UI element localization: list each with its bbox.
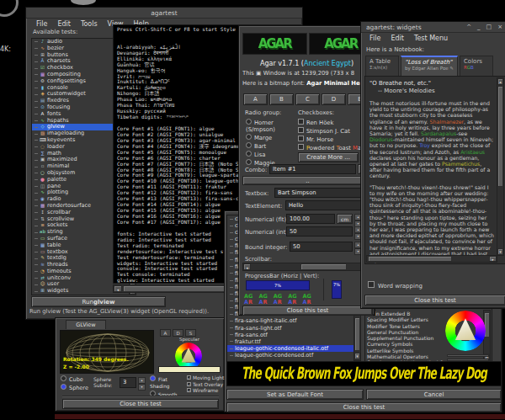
font-file-item[interactable]: fraktur.ttf [227, 338, 360, 345]
gl-option-checkbox[interactable]: ✓Text Overlay [187, 382, 224, 389]
window-control-icon[interactable]: × [497, 22, 502, 33]
font-file-item[interactable]: league-gothic-condensed.otf [227, 352, 360, 359]
create-more-button[interactable]: Create More ... [298, 152, 359, 162]
alphabet-button[interactable]: B [269, 93, 294, 105]
font-file-item[interactable]: fira-sans-light.otf [227, 325, 360, 332]
radio-item[interactable]: Lisa [246, 151, 295, 158]
window-title[interactable]: agartest [26, 8, 302, 19]
alphabet-button[interactable]: C [295, 93, 320, 105]
test-icon: ◇ [40, 124, 45, 130]
subdiv-input[interactable]: 3 [120, 377, 136, 388]
rotation-overlay: Rotation: 349 degrees. [63, 356, 129, 362]
scrollbar-thumb[interactable] [497, 86, 503, 187]
radio-item[interactable]: Marge [246, 134, 295, 141]
tab-subtitle: Σ:s/n(x) [369, 65, 395, 71]
window-control-icon[interactable]: □ [486, 22, 492, 33]
material-tab[interactable]: D [173, 329, 183, 337]
stepper-up-icon[interactable]: ▴ [138, 377, 146, 384]
stepper-down-icon[interactable]: ▾ [138, 384, 146, 391]
scroll-down-icon[interactable]: ▾ [497, 248, 503, 255]
close-test-button[interactable]: Close this test [62, 399, 219, 409]
menu-item[interactable]: Edit [385, 35, 409, 42]
text-segment: Sardanapalus [421, 130, 456, 136]
window-control-icon[interactable]: _ [477, 22, 481, 33]
scroll-left-icon[interactable]: ◂ [114, 285, 122, 292]
combo-input[interactable]: Item #1 [269, 164, 356, 174]
specular-color-swatch[interactable] [158, 366, 221, 373]
scroll-up-icon[interactable]: ▴ [497, 78, 503, 85]
numerical-flt-input[interactable]: 100.00 [286, 214, 335, 224]
desktop-icon-fragment [0, 0, 19, 17]
test-icon: ⇄ [40, 275, 45, 282]
textelement-input[interactable]: Hello [285, 200, 372, 210]
text-hscrollbar[interactable]: ▸ [366, 255, 497, 263]
word-wrapping-checkbox[interactable]: Word wrapping [368, 281, 423, 290]
color-picker[interactable] [435, 307, 501, 361]
tab-subtitle: RGB [464, 65, 489, 71]
shape-radio[interactable]: Cube [61, 375, 94, 383]
gl-option-checkbox[interactable]: ✓Moving Light [187, 375, 224, 382]
window-control-icon[interactable]: ^ [466, 22, 471, 33]
demo-scrollbar[interactable]: ◂ ▸ [242, 263, 373, 271]
text-segment: Ancient Egypt [304, 60, 351, 67]
menu-bar: FileEditTest Menu [364, 33, 453, 43]
menu-item[interactable]: File [31, 20, 52, 28]
unit-selector[interactable]: cm [337, 214, 353, 224]
textbox-input[interactable]: Bart Simpson [274, 188, 372, 198]
close-test-button[interactable]: Close this test [364, 295, 505, 306]
font-file-item[interactable]: league-gothic-condensed-italic.otf [227, 345, 360, 352]
menu-item[interactable]: Edit [52, 20, 76, 28]
subdiv-stepper[interactable]: ▴▾ [138, 377, 146, 388]
tab-glview[interactable]: GLView [66, 320, 106, 329]
poem-attribution: -- Moore's Melodies [369, 88, 494, 95]
specular-label: Specular [157, 337, 222, 342]
scrollbar-thumb[interactable] [368, 256, 452, 262]
shape-radio-group: CubeSphere [61, 375, 94, 392]
scrollbar-thumb[interactable] [300, 263, 347, 270]
dots-button[interactable]: .. [242, 176, 373, 185]
test-icon: ◈ [40, 91, 45, 98]
menu-item[interactable]: Tools [76, 20, 103, 28]
close-test-button[interactable]: Close this test [242, 306, 373, 316]
scroll-right-icon[interactable]: ▸ [489, 256, 497, 262]
gl-option-checkbox[interactable]: ✓Wireframe [187, 388, 224, 395]
scrollbar-thumb[interactable] [354, 317, 360, 351]
run-label: Run [82, 299, 93, 306]
material-tab[interactable]: S [185, 329, 196, 337]
alphabet-button[interactable]: D [322, 93, 346, 105]
set-default-font-button[interactable]: Set as Default Font [226, 389, 364, 400]
menu-item[interactable]: Test Menu [409, 35, 453, 42]
test-icon: A [40, 111, 45, 118]
bound-integer-input[interactable]: 50 [290, 242, 353, 252]
radio-item[interactable]: Bart [246, 142, 295, 150]
material-tab[interactable]: A [160, 329, 171, 337]
run-test-button[interactable]: Run glview [31, 296, 166, 307]
gl-viewport[interactable]: Rotation: 349 degrees. Z = -2.00 [60, 330, 154, 374]
color-slider[interactable] [447, 354, 489, 357]
numerical-int-input[interactable]: 50 [286, 226, 353, 237]
font-file-item[interactable]: fira-sans-light-italic.otf [227, 317, 360, 324]
alphabet-button[interactable]: A [243, 93, 268, 105]
textelement-label: TextElement: [245, 203, 282, 210]
text-editor[interactable]: "O Breathe not, etc." -- Moore's Melodie… [364, 76, 505, 264]
scroll-left-icon[interactable]: ◂ [243, 263, 251, 270]
menu-item[interactable]: File [364, 35, 385, 42]
text-vscrollbar[interactable]: ▴ ▾ [497, 77, 504, 256]
shape-radio[interactable]: Sphere [61, 384, 94, 391]
scrollbar-label: Scrollbar: [245, 256, 272, 263]
font-file-item[interactable]: fira-sans.otf [227, 332, 360, 338]
shading-radio[interactable]: Flat Shading [150, 375, 189, 390]
tab-a-table[interactable]: A Table Σ:s/n(x) [365, 56, 399, 76]
alphabet-buttons: ABCDE [243, 93, 372, 105]
cancel-button[interactable]: Cancel [366, 389, 502, 400]
radio-item[interactable]: Homer (S/mpson) [246, 119, 295, 133]
test-icon: ▭ [40, 249, 45, 256]
checkmark-icon: ✓ [187, 375, 191, 380]
tab-colors[interactable]: Colors RGB [460, 56, 493, 76]
tab-loss-of-breath[interactable]: "Loss of Breath" by Edgar Allan Poe ✎ [401, 56, 458, 76]
test-icon: ☺ [40, 281, 45, 288]
subdiv-label: Sphere Subdiv: [93, 376, 112, 388]
window-agar-demo: AGARAGAR Agar v1.7.1 (Ancient Egypt) Thi… [238, 25, 375, 316]
scroll-down-icon[interactable]: ▾ [354, 353, 360, 359]
close-test-button[interactable]: Close this test [226, 402, 502, 412]
